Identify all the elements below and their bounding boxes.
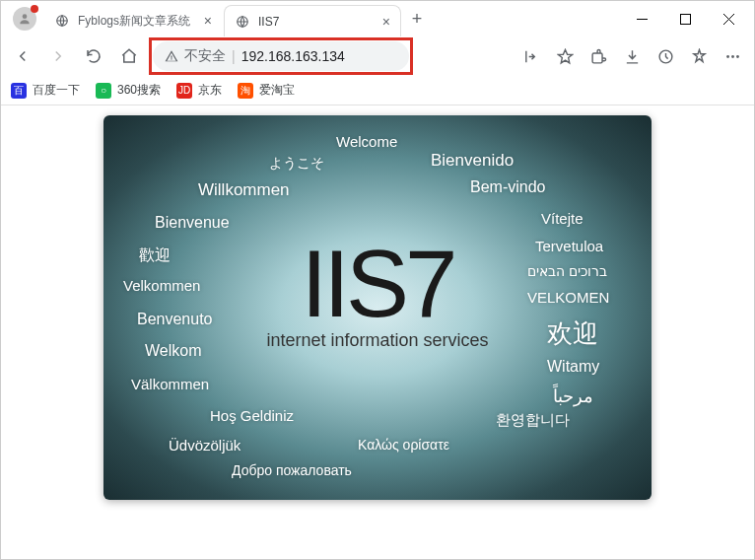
window-maximize[interactable] [663, 3, 707, 35]
welcome-text-21: Καλώς ορίσατε [358, 437, 449, 453]
welcome-text-17: مرحباً [553, 385, 593, 407]
svg-point-0 [23, 14, 28, 19]
bookmarks-bar: 百百度一下○360搜索JD京东淘爱淘宝 [1, 76, 754, 105]
svg-point-9 [726, 55, 729, 58]
favicon-icon [54, 13, 70, 29]
warning-icon [165, 49, 178, 63]
bookmark-2[interactable]: JD京东 [176, 82, 222, 99]
welcome-text-14: Welkom [145, 342, 202, 360]
welcome-text-19: 환영합니다 [496, 411, 570, 430]
page-content: IIS7 internet information services Welco… [1, 105, 754, 560]
welcome-text-10: ברוכים הבאים [527, 263, 607, 279]
menu-icon[interactable] [717, 40, 748, 72]
welcome-text-8: Tervetuloa [535, 238, 603, 254]
bookmark-label: 爱淘宝 [259, 82, 295, 99]
welcome-text-11: VELKOMEN [527, 289, 609, 306]
welcome-text-5: Bienvenue [155, 214, 230, 232]
welcome-text-0: Welcome [336, 133, 397, 150]
omnibox-highlighted: 不安全 | 192.168.163.134 [153, 41, 409, 71]
titlebar: Fyblogs新闻文章系统×IIS7× + [1, 1, 754, 36]
favicon-icon [235, 14, 250, 30]
welcome-text-22: Добро пожаловать [232, 462, 352, 478]
welcome-text-13: 欢迎 [547, 316, 598, 351]
profile-avatar[interactable] [13, 7, 36, 31]
extensions-icon[interactable] [583, 40, 614, 72]
welcome-text-4: Bem-vindo [470, 178, 545, 196]
toolbar: 不安全 | 192.168.163.134 [1, 36, 754, 76]
welcome-text-1: ようこそ [269, 155, 324, 173]
nav-home[interactable] [113, 40, 145, 72]
window-minimize[interactable] [620, 3, 663, 35]
iis-welcome-card: IIS7 internet information services Welco… [103, 115, 652, 500]
close-icon[interactable]: × [204, 13, 212, 29]
bookmark-label: 360搜索 [117, 82, 161, 99]
tab-title: IIS7 [258, 15, 375, 29]
welcome-text-7: 歡迎 [139, 245, 171, 266]
welcome-text-6: Vítejte [541, 210, 583, 227]
welcome-text-12: Benvenuto [137, 311, 213, 328]
bookmark-icon: JD [176, 83, 192, 99]
tab-0[interactable]: Fyblogs新闻文章系统× [44, 5, 222, 36]
nav-forward [42, 40, 74, 72]
address-bar[interactable]: 不安全 | 192.168.163.134 [153, 41, 409, 71]
welcome-text-18: Hoş Geldiniz [210, 407, 294, 424]
welcome-text-16: Välkommen [131, 376, 209, 392]
favorites-icon[interactable] [683, 40, 715, 72]
welcome-text-9: Velkommen [123, 277, 200, 294]
bookmark-label: 百度一下 [33, 82, 80, 99]
welcome-text-2: Bienvenido [431, 151, 514, 171]
iis-logo: IIS7 internet information services [266, 242, 488, 351]
new-tab-button[interactable]: + [403, 5, 431, 33]
tab-1[interactable]: IIS7× [224, 5, 401, 36]
close-icon[interactable]: × [382, 14, 390, 30]
history-icon[interactable] [650, 40, 681, 72]
svg-rect-3 [637, 19, 648, 20]
nav-back[interactable] [7, 40, 38, 72]
welcome-text-15: Witamy [547, 358, 599, 376]
nav-reload[interactable] [78, 40, 109, 72]
tab-title: Fyblogs新闻文章系统 [78, 13, 196, 30]
bookmark-1[interactable]: ○360搜索 [96, 82, 161, 99]
window-close[interactable] [707, 3, 750, 35]
svg-point-10 [731, 55, 734, 58]
iis-subtitle: internet information services [266, 331, 488, 352]
bookmark-3[interactable]: 淘爱淘宝 [238, 82, 295, 99]
svg-point-11 [736, 55, 739, 58]
welcome-text-20: Üdvözöljük [169, 437, 240, 454]
bookmark-icon: 淘 [238, 83, 253, 99]
iis-title: IIS7 [266, 242, 488, 326]
download-icon[interactable] [616, 40, 648, 72]
svg-rect-4 [680, 14, 690, 24]
svg-rect-7 [592, 52, 602, 62]
bookmark-label: 京东 [198, 82, 222, 99]
security-label: 不安全 [184, 47, 226, 65]
bookmark-icon: 百 [11, 83, 27, 99]
share-icon[interactable] [515, 40, 547, 72]
address-text: 192.168.163.134 [241, 48, 345, 64]
bookmark-0[interactable]: 百百度一下 [11, 82, 80, 99]
welcome-text-3: Willkommen [198, 180, 290, 200]
star-icon[interactable] [549, 40, 581, 72]
bookmark-icon: ○ [96, 83, 111, 99]
